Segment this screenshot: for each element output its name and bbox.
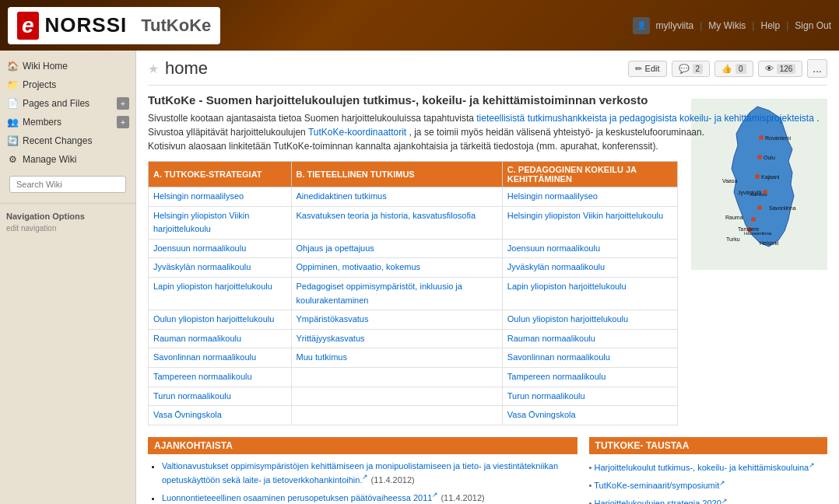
news-date: (11.4.2012) [438,493,484,502]
logo-box: e NORSSI TutKoKe [8,7,220,44]
table-cell-link[interactable]: Helsingin normaalilyseo [507,190,672,204]
edit-icon: ✏ [635,64,642,74]
svg-point-1 [759,135,764,140]
my-wikis-link[interactable]: My Wikis [708,20,746,31]
svg-text:Rovaniemi: Rovaniemi [765,135,792,141]
comments-icon: 💬 [679,64,690,74]
table-cell-link[interactable]: Oulun yliopiston harjoittelukoulu [153,313,286,327]
more-actions-button[interactable]: ... [807,59,827,78]
sidebar-item-recent-changes[interactable]: 🔄 Recent Changes [0,131,135,150]
projects-label: Projects [23,79,56,90]
table-cell-link[interactable]: Jyväskylän normaalikoulu [153,261,286,275]
sidebar: 🏠 Wiki Home 📁 Projects 📄 Pages and Files… [0,51,136,504]
table-cell-link[interactable]: Pedagogiset oppimisympäristöt, inkluusio… [297,280,497,307]
table-cell-link[interactable]: Muu tutkimus [297,351,497,365]
table-row: Oulun yliopiston harjoittelukouluYmpäris… [149,310,678,330]
avatar: 👤 [633,17,650,34]
tutkoke-link[interactable]: TutKoKe-seminaarit/symposiumit [594,481,725,490]
page-title-bar: ★ home ✏ Edit 💬 2 👍 0 👁 126 [148,58,827,86]
pages-add-button[interactable]: + [117,97,129,110]
edit-label: Edit [645,64,660,73]
table-cell-link[interactable]: Turun normaalikoulu [507,390,672,404]
table-row: Vasa ÖvningskolaVasa Övningskola [149,406,678,425]
tutkoke-link[interactable]: Harjoittelukoulut tutkimus-, kokeilu- ja… [595,463,816,472]
table-cell-link[interactable]: Joensuun normaalikoulu [507,242,672,256]
tutkoke-link[interactable]: Harjoittelukoulujen strategia 2020 [595,499,728,504]
page-title-left: ★ home [148,58,208,79]
svg-text:Joensuu: Joensuu [749,192,767,197]
list-item: Harjoittelukoulujen strategia 2020 [589,496,827,504]
table-cell-link[interactable]: Lapin yliopiston harjoittelukoulu [507,280,672,294]
tutkoke-tausta-header: TUTKOKE- TAUSTAA [589,437,827,454]
sidebar-item-manage-wiki[interactable]: ⚙ Manage Wiki [0,150,135,169]
table-cell-link[interactable]: Helsingin normaalilyseo [153,190,286,204]
table-row: Turun normaalikouluTurun normaalikoulu [149,387,678,406]
table-cell-link[interactable]: Vasa Övningskola [153,408,286,422]
main-layout: 🏠 Wiki Home 📁 Projects 📄 Pages and Files… [0,51,839,504]
likes-button[interactable]: 👍 0 [714,61,753,77]
table-row: Jyväskylän normaalikouluOppiminen, motiv… [149,258,678,278]
sign-out-link[interactable]: Sign Out [795,20,831,31]
table-cell-link[interactable]: Yrittäjyyskasvatus [297,332,497,346]
pages-and-files-label: Pages and Files [23,98,90,109]
table-cell-link[interactable]: Helsingin yliopiston Viikin harjoitteluk… [153,209,286,236]
bottom-sections: AJANKOHTAISTA Valtionavustukset oppimisy… [148,437,827,504]
svg-text:Vaasa: Vaasa [722,178,737,184]
three-col-table: A. TUTKOKE-STRATEGIAT B. TIETEELLINEN TU… [148,161,678,425]
table-cell-link[interactable]: Ympäristökasvatus [297,313,497,327]
edit-button[interactable]: ✏ Edit [628,61,667,77]
sidebar-item-members[interactable]: 👥 Members + [0,113,135,131]
news-list: Valtionavustukset oppimisympäristöjen ke… [148,460,577,504]
table-cell-link[interactable]: Savonlinnan normaalikoulu [507,351,672,365]
svg-point-2 [757,155,762,159]
views-button: 👁 126 [758,61,803,77]
help-link[interactable]: Help [760,20,780,31]
svg-text:Kajaani: Kajaani [761,174,780,180]
table-cell-link[interactable]: Oppiminen, motivaatio, kokemus [297,261,497,275]
members-icon: 👥 [6,116,19,128]
table-cell-link[interactable]: Ohjaus ja opettajuus [297,242,497,256]
table-cell-link[interactable]: Jyväskylän normaalikoulu [507,261,672,275]
table-cell-link[interactable]: Tampereen normaalikoulu [507,370,672,384]
table-cell-link[interactable]: Joensuun normaalikoulu [153,242,286,256]
table-cell-link[interactable]: Ainedidaktinen tutkimus [297,190,497,204]
table-cell-link[interactable]: Turun normaalikoulu [153,390,286,404]
table-row: Savonlinnan normaalikouluMuu tutkimusSav… [149,348,678,368]
manage-wiki-icon: ⚙ [6,153,19,166]
views-count: 126 [777,64,796,74]
list-item: TutKoKe-seminaarit/symposiumit [589,478,827,492]
news-link[interactable]: Valtionavustukset oppimisympäristöjen ke… [162,461,558,485]
sidebar-divider [0,203,135,204]
koordinaattorit-link[interactable]: TutKoKe-koordinaattorit [308,127,406,138]
table-cell-link[interactable]: Rauman normaalikoulu [507,332,672,346]
like-icon: 👍 [721,64,732,74]
table-cell-link[interactable]: Kasvatuksen teoria ja historia, kasvatus… [297,209,497,223]
table-cell-link[interactable]: Oulun yliopiston harjoittelukoulu [507,313,672,327]
tutkoke-tausta-section: TUTKOKE- TAUSTAA Harjoittelukoulut tutki… [589,437,827,504]
table-cell-link[interactable]: Rauman normaalikoulu [153,332,286,346]
comments-button[interactable]: 💬 2 [672,61,711,77]
table-cell-link[interactable]: Savonlinnan normaalikoulu [153,351,286,365]
news-link[interactable]: Luonnontieteeellinen osaaminen perusopet… [162,493,438,502]
sidebar-item-pages-and-files[interactable]: 📄 Pages and Files + [0,94,135,113]
logo-area: e NORSSI TutKoKe [8,7,220,44]
home-icon: 🏠 [6,60,19,72]
favorite-star-icon[interactable]: ★ [148,61,159,76]
manage-wiki-label: Manage Wiki [23,154,76,165]
members-add-button[interactable]: + [117,116,129,128]
sidebar-item-projects[interactable]: 📁 Projects [0,75,135,94]
sidebar-item-wiki-home[interactable]: 🏠 Wiki Home [0,57,135,75]
svg-point-5 [757,205,762,210]
table-row: Lapin yliopiston harjoittelukouluPedagog… [149,277,678,310]
table-cell-link[interactable]: Lapin yliopiston harjoittelukoulu [153,280,286,294]
svg-text:Hämeenlinna: Hämeenlinna [744,231,772,236]
logo-norssi: NORSSI [45,13,128,37]
edit-navigation[interactable]: edit navigation [0,222,135,234]
tutkimushankkeet-link[interactable]: tieteellisistä tutkimushankkeista ja ped… [476,113,814,124]
table-cell-link[interactable]: Vasa Övningskola [507,408,672,422]
top-nav: 👤 myllyviita | My Wikis | Help | Sign Ou… [633,17,831,34]
table-cell-link[interactable]: Tampereen normaalikoulu [153,370,286,384]
search-input[interactable] [9,176,126,193]
table-cell-link[interactable]: Helsingin yliopiston Viikin harjoitteluk… [507,209,672,223]
content-area: ★ home ✏ Edit 💬 2 👍 0 👁 126 [136,51,839,504]
